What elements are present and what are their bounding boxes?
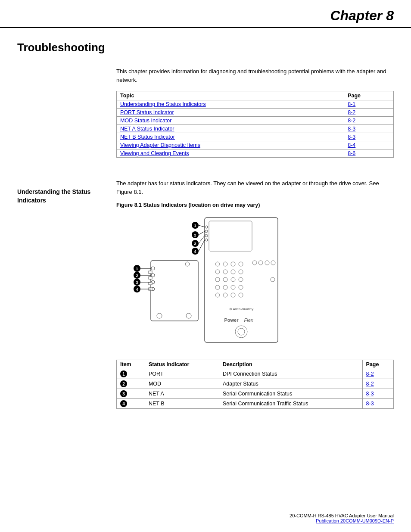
status-page-link[interactable]: 8-2 [362,379,393,389]
svg-point-27 [265,261,269,265]
svg-text:1: 1 [136,267,138,271]
status-row: 3NET ASerial Communication Status8-3 [117,389,394,399]
svg-point-39 [223,277,227,282]
svg-point-71 [205,239,208,241]
svg-point-1 [151,267,155,270]
svg-point-26 [258,261,263,265]
section-understanding: Understanding the StatusIndicators The a… [0,179,411,409]
footer-publication-link[interactable]: Publication 20COMM-UM009D-EN-P [316,518,394,523]
toc-page[interactable]: 8-3 [344,133,394,141]
toc-page[interactable]: 8-4 [344,141,394,149]
svg-text:4: 4 [136,287,138,292]
figure-caption: Figure 8.1 Status Indicators (location o… [116,202,394,208]
svg-point-30 [215,262,220,266]
page-title-area: Troubleshooting [0,28,411,54]
status-description: Serial Communication Status [219,389,362,399]
svg-point-35 [223,270,227,274]
toc-topic[interactable]: Viewing Adapter Diagnostic Items [117,141,344,149]
svg-point-47 [223,293,227,297]
toc-row: Understanding the Status Indicators8-1 [117,100,394,109]
svg-point-40 [231,277,235,282]
col-right-intro: This chapter provides information for di… [116,67,394,171]
svg-line-65 [199,231,205,235]
svg-point-69 [205,230,208,233]
svg-point-11 [185,262,190,266]
toc-row: Viewing Adapter Diagnostic Items8-4 [117,141,394,149]
svg-text:3: 3 [136,280,138,285]
toc-page[interactable]: 8-2 [344,109,394,117]
svg-point-55 [238,328,245,335]
status-indicator-name: NET B [145,399,219,409]
svg-point-33 [239,262,243,266]
status-item-num: 2 [117,379,145,389]
toc-page[interactable]: 8-1 [344,100,394,109]
svg-point-31 [223,262,227,266]
svg-point-48 [231,293,235,297]
status-header-description: Description [219,360,362,369]
status-item-num: 4 [117,399,145,409]
toc-topic[interactable]: NET A Status Indicator [117,125,344,133]
status-description: Serial Communication Traffic Status [219,399,362,409]
toc-table: Topic Page Understanding the Status Indi… [116,91,394,158]
status-item-num: 1 [117,369,145,379]
toc-topic[interactable]: Viewing and Clearing Events [117,149,344,158]
svg-text:⊕ Allen-Bradley: ⊕ Allen-Bradley [229,307,253,311]
svg-text:2: 2 [136,274,138,278]
toc-topic[interactable]: PORT Status Indicator [117,109,344,117]
toc-topic[interactable]: NET B Status Indicator [117,133,344,141]
status-row: 1PORTDPI Connection Status8-2 [117,369,394,379]
intro-text: This chapter provides information for di… [116,67,394,84]
footer-line1: 20-COMM-H RS-485 HVAC Adapter User Manua… [290,513,394,518]
svg-text:4: 4 [194,249,196,254]
svg-text:3: 3 [194,242,196,246]
svg-rect-6 [149,277,152,279]
svg-text:1: 1 [194,224,196,228]
status-row: 4NET BSerial Communication Traffic Statu… [117,399,394,409]
svg-line-64 [199,225,205,227]
main-content: This chapter provides information for di… [0,67,411,171]
svg-rect-5 [149,271,152,274]
toc-row: NET B Status Indicator8-3 [117,133,394,141]
svg-point-42 [215,285,220,289]
svg-text:Flex: Flex [244,317,253,323]
figure-8-1: 1 2 3 4 [116,213,394,351]
status-indicator-name: PORT [145,369,219,379]
col-left-intro [17,67,116,171]
toc-page[interactable]: 8-6 [344,149,394,158]
svg-rect-0 [151,261,198,321]
svg-text:Power: Power [224,317,239,323]
toc-topic[interactable]: Understanding the Status Indicators [117,100,344,109]
status-page-link[interactable]: 8-3 [362,399,393,409]
status-header-indicator: Status Indicator [145,360,219,369]
chapter-header: Chapter 8 [0,0,411,28]
svg-point-49 [239,293,243,297]
svg-line-67 [199,240,205,251]
toc-page[interactable]: 8-2 [344,117,394,125]
svg-point-45 [239,285,243,289]
svg-point-46 [215,293,220,297]
toc-header-topic: Topic [117,91,344,100]
page-footer: 20-COMM-H RS-485 HVAC Adapter User Manua… [290,513,394,523]
status-description: DPI Connection Status [219,369,362,379]
svg-rect-25 [209,221,252,251]
toc-row: NET A Status Indicator8-3 [117,125,394,133]
svg-point-32 [231,262,235,266]
toc-row: MOD Status Indicator8-2 [117,117,394,125]
status-item-num: 3 [117,389,145,399]
svg-point-38 [215,277,220,282]
status-indicator-name: MOD [145,379,219,389]
page-title: Troubleshooting [17,41,394,54]
svg-point-10 [186,313,191,318]
status-indicator-name: NET A [145,389,219,399]
toc-page[interactable]: 8-3 [344,125,394,133]
status-page-link[interactable]: 8-2 [362,369,393,379]
status-indicators-table: Item Status Indicator Description Page 1… [116,360,394,409]
section-content-col: The adapter has four status indicators. … [116,179,394,409]
status-page-link[interactable]: 8-3 [362,389,393,399]
svg-point-68 [205,226,208,228]
toc-topic[interactable]: MOD Status Indicator [117,117,344,125]
status-row: 2MODAdapter Status8-2 [117,379,394,389]
section-text: The adapter has four status indicators. … [116,179,394,196]
svg-point-50 [271,277,275,282]
svg-point-70 [205,234,208,237]
